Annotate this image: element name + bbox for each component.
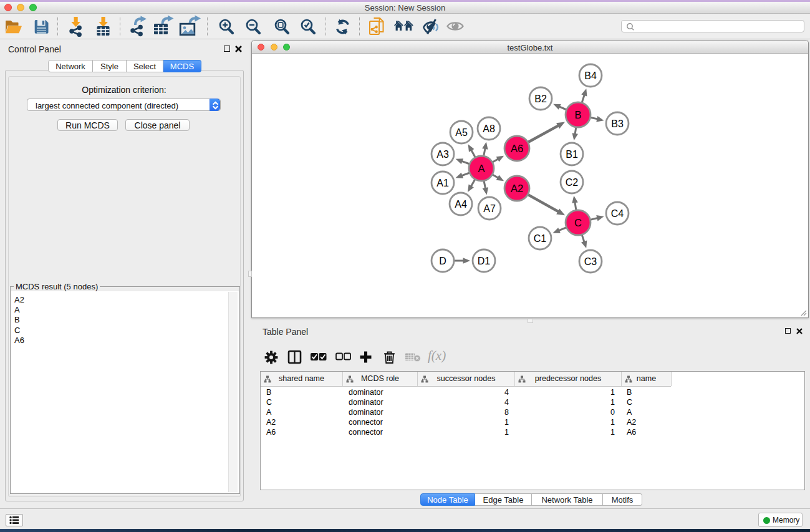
svg-text:A: A [478, 163, 485, 174]
svg-text:A2: A2 [511, 183, 523, 194]
svg-text:B4: B4 [584, 70, 597, 81]
svg-text:A4: A4 [455, 199, 467, 210]
svg-text:B3: B3 [611, 118, 624, 129]
svg-text:B1: B1 [566, 149, 578, 160]
svg-text:A7: A7 [483, 203, 496, 214]
svg-text:C2: C2 [566, 177, 579, 188]
svg-text:A6: A6 [511, 143, 523, 154]
svg-text:D1: D1 [478, 256, 491, 266]
svg-text:C3: C3 [584, 256, 597, 267]
svg-text:A3: A3 [436, 149, 449, 160]
svg-text:B2: B2 [534, 94, 547, 104]
svg-text:C4: C4 [611, 208, 624, 219]
svg-text:A5: A5 [455, 127, 468, 138]
svg-text:A8: A8 [483, 123, 495, 134]
svg-text:C1: C1 [534, 233, 547, 244]
svg-text:D: D [439, 256, 446, 266]
svg-text:B: B [574, 109, 581, 120]
svg-text:C: C [574, 217, 582, 228]
svg-text:A1: A1 [436, 178, 449, 188]
